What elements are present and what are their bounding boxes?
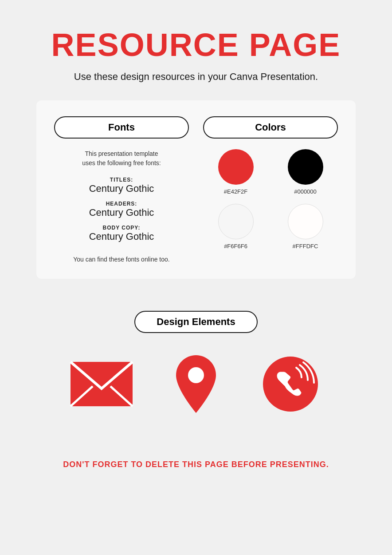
color-item-red: #E42F2F [208,149,264,195]
color-circle-white [288,204,323,239]
fonts-description: This presentation template uses the foll… [82,149,161,168]
fonts-footer: You can find these fonts online too. [73,256,169,263]
icons-row [54,355,338,413]
location-pin-icon [161,355,231,413]
fonts-label: Fonts [54,116,189,139]
color-circle-red [218,149,254,185]
color-item-lightgray: #F6F6F6 [208,204,264,250]
svg-point-4 [263,357,318,412]
font-label-titles: TITLES: [89,177,154,183]
colors-label: Colors [203,116,338,139]
colors-section: Colors #E42F2F #000000 #F6F6F6 #FFFDFC [203,116,338,263]
page-title: RESOURCE PAGE [51,27,341,63]
font-item-body: BODY COPY: Century Gothic [89,225,154,242]
font-label-body: BODY COPY: [89,225,154,231]
color-hex-white: #FFFDFC [293,243,318,250]
font-item-headers: HEADERS: Century Gothic [89,201,154,218]
svg-point-3 [188,367,204,383]
color-item-white: #FFFDFC [277,204,333,250]
font-item-titles: TITLES: Century Gothic [89,177,154,194]
color-item-black: #000000 [277,149,333,195]
font-label-headers: HEADERS: [89,201,154,207]
font-name-body: Century Gothic [89,231,154,242]
color-hex-black: #000000 [294,188,317,195]
color-circle-lightgray [218,204,254,239]
design-elements-card: Design Elements [36,295,356,440]
color-circle-black [288,149,323,185]
mail-icon [66,355,137,413]
phone-icon [255,355,326,413]
font-name-headers: Century Gothic [89,207,154,218]
design-elements-label: Design Elements [134,311,257,333]
fonts-colors-card: Fonts This presentation template uses th… [36,100,356,279]
page-subtitle: Use these design resources in your Canva… [74,71,318,83]
color-hex-red: #E42F2F [224,188,247,195]
font-name-titles: Century Gothic [89,183,154,194]
colors-grid: #E42F2F #000000 #F6F6F6 #FFFDFC [203,149,338,250]
fonts-section: Fonts This presentation template uses th… [54,116,189,263]
color-hex-lightgray: #F6F6F6 [224,243,247,250]
footer-warning: DON'T FORGET TO DELETE THIS PAGE BEFORE … [63,460,329,469]
